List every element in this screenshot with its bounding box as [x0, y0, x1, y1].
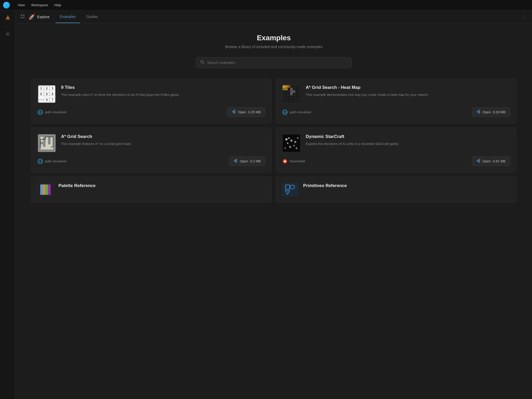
tile-1: 1: [38, 87, 44, 90]
brand: 🚀 Explore: [29, 14, 49, 20]
svg-point-4: [7, 34, 8, 35]
svg-line-85: [478, 160, 478, 161]
svg-line-46: [478, 112, 478, 112]
svg-line-86: [478, 161, 478, 162]
card-desc: Explore the decisions of AI units in a r…: [306, 141, 510, 147]
open-icon: [232, 110, 236, 115]
svg-point-73: [284, 148, 286, 149]
search-box: [196, 57, 352, 68]
primitives-svg: [285, 184, 295, 195]
card-footer: path-visualiser: [38, 156, 265, 166]
more-options-icon[interactable]: ⋮: [519, 13, 528, 21]
cards-grid: 1 2 3 5 6 8 4 7 9 Tiles This exam: [31, 78, 516, 172]
svg-rect-34: [283, 85, 285, 88]
card-dynamic-starcraft: Dynamic StarCraft Explore the decisions …: [276, 128, 516, 172]
svg-rect-32: [290, 88, 293, 95]
card-info: Primitives Reference: [303, 183, 510, 190]
svg-rect-89: [45, 184, 48, 195]
heatmap-svg: [283, 85, 300, 103]
menu-workspace[interactable]: Workspace: [29, 2, 51, 8]
card-thumbnail-primitives: [282, 183, 298, 196]
card-footer: heavenfall: [282, 156, 510, 166]
sidebar-icon-settings[interactable]: [3, 29, 12, 39]
search-container: [31, 57, 516, 68]
grid-svg: [38, 134, 56, 152]
card-title: Palette Reference: [58, 183, 265, 188]
svg-rect-55: [41, 142, 43, 144]
svg-point-43: [478, 110, 480, 111]
author-name: path-visualiser: [45, 159, 67, 163]
page-title: Examples: [31, 34, 516, 42]
svg-line-62: [236, 160, 236, 161]
svg-point-15: [234, 110, 235, 111]
open-button-heatmap[interactable]: Open 0.28 MB: [472, 107, 510, 117]
grid-icon[interactable]: [20, 14, 25, 20]
page-subtitle: Browse a library of included and communi…: [31, 45, 516, 49]
tab-examples[interactable]: Examples: [56, 10, 80, 23]
tab-guides[interactable]: Guides: [82, 10, 102, 23]
svg-line-10: [203, 63, 204, 64]
sidebar-icon-rocket[interactable]: [3, 14, 12, 23]
svg-rect-5: [21, 15, 22, 16]
svg-rect-37: [285, 88, 288, 90]
card-title: Primitives Reference: [303, 183, 510, 188]
svg-rect-7: [21, 17, 22, 18]
card-header: A* Grid Search - Heat Map This example d…: [282, 85, 510, 103]
open-button-9tiles[interactable]: Open 0.25 MB: [227, 107, 265, 117]
author-red-cross-icon: [282, 159, 288, 164]
card-info: 9 Tiles This example uses A* to drive th…: [61, 85, 265, 97]
svg-rect-50: [53, 134, 56, 152]
svg-point-65: [285, 138, 288, 141]
svg-rect-87: [40, 184, 43, 195]
app-logo: [3, 2, 10, 9]
brand-label: Explore: [37, 15, 49, 19]
titlebar: View Workspace Help: [0, 0, 532, 10]
svg-line-45: [478, 111, 478, 111]
svg-point-61: [236, 161, 237, 163]
tile-4: 4: [44, 98, 50, 102]
card-info: Dynamic StarCraft Explore the decisions …: [306, 134, 510, 147]
tile-6: 6: [44, 92, 50, 96]
card-palette-reference: Palette Reference: [31, 177, 272, 203]
card-primitives-reference: Primitives Reference: [276, 177, 516, 203]
svg-line-63: [236, 161, 236, 162]
author-name: path-visualiser: [290, 110, 311, 114]
card-info: Palette Reference: [58, 183, 265, 190]
open-icon: [476, 110, 481, 115]
svg-point-42: [477, 111, 478, 112]
tile-8: 8: [50, 92, 55, 96]
tile-7: 7: [50, 98, 55, 102]
svg-rect-91: [285, 185, 290, 189]
card-thumbnail-grid: [38, 134, 56, 152]
card-title: Dynamic StarCraft: [306, 134, 510, 139]
card-thumbnail-9tiles: 1 2 3 5 6 8 4 7: [38, 85, 56, 103]
svg-marker-93: [285, 191, 290, 194]
search-icon: [200, 60, 204, 65]
svg-point-3: [7, 18, 8, 18]
search-input[interactable]: [207, 61, 347, 65]
open-button-grid[interactable]: Open 0.2 MB: [229, 156, 265, 166]
svg-rect-6: [23, 15, 24, 16]
sidebar: [0, 10, 16, 399]
card-header: Dynamic StarCraft Explore the decisions …: [282, 134, 510, 152]
menu-view[interactable]: View: [15, 2, 28, 8]
card-thumbnail-palette: [38, 183, 53, 196]
menu-bar: View Workspace Help: [15, 2, 64, 8]
card-9-tiles: 1 2 3 5 6 8 4 7 9 Tiles This exam: [31, 78, 272, 123]
menu-help[interactable]: Help: [52, 2, 64, 8]
file-size: 6.81 MB: [493, 159, 506, 163]
card-author: heavenfall: [282, 159, 305, 164]
palette-svg: [40, 184, 51, 195]
open-label: Open: [238, 110, 246, 114]
svg-point-59: [234, 160, 236, 162]
svg-rect-88: [43, 184, 45, 195]
svg-rect-51: [38, 134, 56, 137]
app-layout: 🚀 Explore Examples Guides ⋮ Examples Bro…: [0, 10, 532, 399]
svg-line-17: [234, 111, 234, 111]
tile-2: 2: [44, 87, 50, 90]
svg-point-72: [296, 148, 297, 149]
open-button-starcraft[interactable]: Open 6.81 MB: [472, 156, 510, 166]
card-author: path-visualiser: [38, 159, 67, 164]
card-thumbnail-heatmap: [282, 85, 301, 103]
tile-5: 5: [38, 92, 44, 96]
